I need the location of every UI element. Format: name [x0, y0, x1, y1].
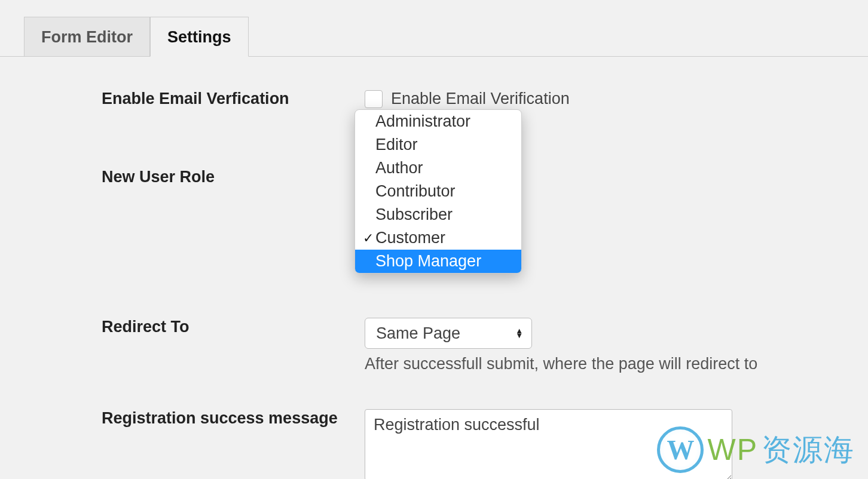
role-option-label: Editor	[375, 136, 418, 154]
role-option-label: Shop Manager	[375, 252, 481, 271]
tab-settings[interactable]: Settings	[150, 17, 249, 57]
role-option-label: Customer	[375, 229, 445, 247]
role-option-label: Contributor	[375, 182, 456, 201]
role-option-shop-manager[interactable]: Shop Manager	[355, 250, 521, 273]
enable-email-verification-checkbox[interactable]	[365, 90, 383, 108]
registration-success-label: Registration success message	[102, 409, 365, 428]
role-option-administrator[interactable]: Administrator	[355, 110, 521, 133]
redirect-to-selected-value: Same Page	[376, 324, 460, 343]
role-option-editor[interactable]: Editor	[355, 133, 521, 156]
role-option-customer[interactable]: ✓Customer	[355, 226, 521, 250]
role-option-contributor[interactable]: Contributor	[355, 180, 521, 203]
role-option-subscriber[interactable]: Subscriber	[355, 203, 521, 226]
new-user-role-label: New User Role	[102, 168, 365, 186]
registration-success-textarea[interactable]	[365, 409, 732, 479]
tab-form-editor[interactable]: Form Editor	[24, 17, 150, 57]
redirect-to-select[interactable]: Same Page ▲▼	[365, 318, 532, 349]
enable-email-verification-checkbox-label: Enable Email Verification	[391, 90, 570, 108]
redirect-to-label: Redirect To	[102, 318, 365, 336]
new-user-role-dropdown[interactable]: AdministratorEditorAuthorContributorSubs…	[354, 109, 522, 274]
row-redirect-to: Redirect To Same Page ▲▼ After successfu…	[102, 318, 844, 373]
row-enable-email-verification: Enable Email Verfication Enable Email Ve…	[102, 90, 844, 108]
role-option-label: Administrator	[375, 112, 470, 131]
redirect-to-helper: After successfull submit, where the page…	[365, 355, 844, 373]
select-arrows-icon: ▲▼	[515, 328, 523, 338]
role-option-label: Author	[375, 159, 423, 177]
enable-email-verification-field: Enable Email Verification	[365, 90, 844, 108]
check-icon: ✓	[361, 231, 375, 246]
role-option-author[interactable]: Author	[355, 156, 521, 180]
row-registration-success: Registration success message	[102, 409, 844, 479]
enable-email-verification-label: Enable Email Verfication	[102, 90, 365, 108]
tabs: Form Editor Settings	[0, 0, 868, 57]
role-option-label: Subscriber	[375, 205, 453, 224]
